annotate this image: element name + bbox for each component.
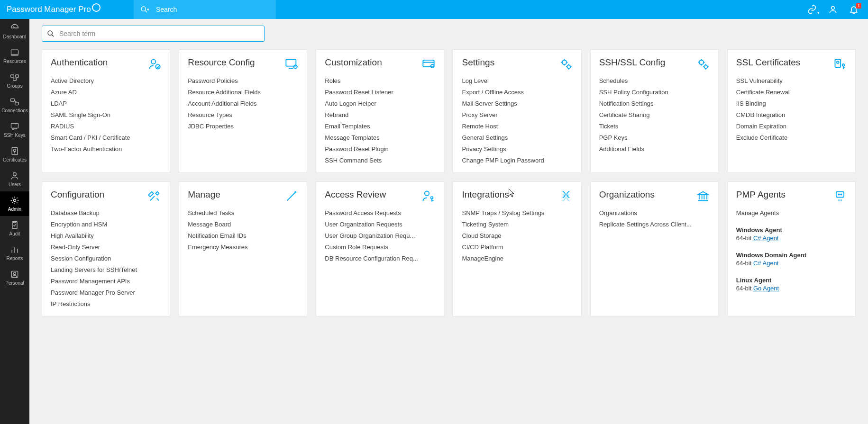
admin-filter-input[interactable] xyxy=(59,30,259,37)
sidebar-item-dashboard[interactable]: Dashboard xyxy=(0,19,29,44)
card-link[interactable]: RADIUS xyxy=(51,123,161,130)
global-search[interactable]: ▾ xyxy=(134,0,276,19)
card-link[interactable]: Message Templates xyxy=(325,134,435,141)
card-link[interactable]: Tickets xyxy=(599,123,710,130)
card-link[interactable]: ManageEngine xyxy=(462,255,572,262)
card-link[interactable]: Account Additional Fields xyxy=(188,100,298,107)
admin-filter[interactable] xyxy=(42,26,265,42)
card-link[interactable]: Replicate Settings Across Client... xyxy=(599,221,710,228)
card-link[interactable]: Privacy Settings xyxy=(462,145,572,153)
card-link[interactable]: Password Policies xyxy=(188,77,298,84)
bank-icon xyxy=(696,189,710,205)
card-title: Customization xyxy=(325,57,382,68)
card-link[interactable]: Message Board xyxy=(188,221,298,228)
card-link[interactable]: IP Restrictions xyxy=(51,300,161,307)
sidebar-item-audit[interactable]: Audit xyxy=(0,216,29,241)
admin-card-grid: AuthenticationActive DirectoryAzure ADLD… xyxy=(42,49,856,316)
card-link[interactable]: Proxy Server xyxy=(462,111,572,118)
sidebar-item-users[interactable]: Users xyxy=(0,167,29,191)
card-link[interactable]: Manage Agents xyxy=(736,209,847,217)
card-link[interactable]: Additional Fields xyxy=(599,145,710,153)
notifications-icon[interactable]: 1 xyxy=(849,5,859,14)
card-link[interactable]: Notification Email IDs xyxy=(188,232,298,239)
cert-key-icon xyxy=(833,57,847,72)
card-link[interactable]: Exclude Certificate xyxy=(736,134,847,141)
card-link[interactable]: Azure AD xyxy=(51,89,161,96)
sidebar-item-label: Resources xyxy=(3,59,26,64)
card-link[interactable]: Read-Only Server xyxy=(51,244,161,251)
card-link[interactable]: Ticketing System xyxy=(462,221,572,228)
card-organizations: OrganizationsOrganizationsReplicate Sett… xyxy=(590,181,719,316)
card-link[interactable]: Two-Factor Authentication xyxy=(51,145,161,153)
card-link[interactable]: CMDB Integration xyxy=(736,111,847,118)
card-link[interactable]: Password Reset Plugin xyxy=(325,145,435,153)
card-link[interactable]: Scheduled Tasks xyxy=(188,209,298,217)
card-link[interactable]: Resource Types xyxy=(188,111,298,118)
card-link[interactable]: DB Resource Configuration Req... xyxy=(325,255,435,262)
card-link[interactable]: Landing Servers for SSH/Telnet xyxy=(51,266,161,273)
card-link[interactable]: Domain Expiration xyxy=(736,123,847,130)
sidebar-item-ssh-keys[interactable]: SSH Keys xyxy=(0,117,29,142)
card-ssl-certificates: SSL CertificatesSSL VulnerabilityCertifi… xyxy=(727,49,856,173)
agent-download-link[interactable]: Go Agent xyxy=(753,285,779,292)
card-link[interactable]: CI/CD Platform xyxy=(462,244,572,251)
sidebar-item-certificates[interactable]: Certificates xyxy=(0,142,29,167)
card-link[interactable]: Rebrand xyxy=(325,111,435,118)
search-dropdown-caret-icon[interactable]: ▾ xyxy=(147,7,149,12)
agent-row: 64-bit Go Agent xyxy=(736,285,847,292)
card-link[interactable]: Log Level xyxy=(462,77,572,84)
card-link[interactable]: Smart Card / PKI / Certificate xyxy=(51,134,161,141)
card-link[interactable]: SAML Single Sign-On xyxy=(51,111,161,118)
sidebar-item-groups[interactable]: Groups xyxy=(0,68,29,93)
card-link[interactable]: Schedules xyxy=(599,77,710,84)
link-icon[interactable]: ▾ xyxy=(807,5,817,14)
sidebar-item-admin[interactable]: Admin xyxy=(0,191,29,216)
card-link[interactable]: Cloud Storage xyxy=(462,232,572,239)
card-link[interactable]: Session Configuration xyxy=(51,255,161,262)
sidebar-item-connections[interactable]: Connections xyxy=(0,93,29,117)
card-link[interactable]: SSH Policy Configuration xyxy=(599,89,710,96)
agent-download-link[interactable]: C# Agent xyxy=(753,235,779,242)
card-link[interactable]: General Settings xyxy=(462,134,572,141)
card-link[interactable]: Certificate Sharing xyxy=(599,111,710,118)
user-icon[interactable] xyxy=(828,5,838,14)
card-link[interactable]: Custom Role Requests xyxy=(325,244,435,251)
sidebar-item-resources[interactable]: Resources xyxy=(0,44,29,68)
sidebar-item-reports[interactable]: Reports xyxy=(0,241,29,265)
card-link[interactable]: Mail Server Settings xyxy=(462,100,572,107)
card-link[interactable]: Encryption and HSM xyxy=(51,221,161,228)
card-link[interactable]: User Group Organization Requ... xyxy=(325,232,435,239)
card-link[interactable]: SNMP Traps / Syslog Settings xyxy=(462,209,572,217)
card-link[interactable]: High Availability xyxy=(51,232,161,239)
card-link[interactable]: IIS Binding xyxy=(736,100,847,107)
sidebar-item-label: Personal xyxy=(5,280,24,286)
top-icon-tray: ▾ 1 xyxy=(807,5,868,14)
card-link[interactable]: Resource Additional Fields xyxy=(188,89,298,96)
card-link[interactable]: SSL Vulnerability xyxy=(736,77,847,84)
card-link[interactable]: User Organization Requests xyxy=(325,221,435,228)
card-link[interactable]: Remote Host xyxy=(462,123,572,130)
card-link[interactable]: Password Reset Listener xyxy=(325,89,435,96)
card-link[interactable]: Export / Offline Access xyxy=(462,89,572,96)
svg-rect-9 xyxy=(11,99,15,101)
global-search-input[interactable] xyxy=(156,6,251,13)
card-link[interactable]: Roles xyxy=(325,77,435,84)
card-link[interactable]: Notification Settings xyxy=(599,100,710,107)
card-link[interactable]: Password Access Requests xyxy=(325,209,435,217)
card-link[interactable]: PGP Keys xyxy=(599,134,710,141)
card-link[interactable]: JDBC Properties xyxy=(188,123,298,130)
card-link[interactable]: SSH Command Sets xyxy=(325,157,435,164)
card-link[interactable]: Change PMP Login Password xyxy=(462,157,572,164)
card-link[interactable]: Auto Logon Helper xyxy=(325,100,435,107)
card-link[interactable]: Password Management APIs xyxy=(51,278,161,285)
card-link[interactable]: Password Manager Pro Server xyxy=(51,289,161,296)
card-link[interactable]: LDAP xyxy=(51,100,161,107)
card-link[interactable]: Database Backup xyxy=(51,209,161,217)
sidebar-item-personal[interactable]: Personal xyxy=(0,265,29,290)
card-link[interactable]: Emergency Measures xyxy=(188,244,298,251)
card-link[interactable]: Organizations xyxy=(599,209,710,217)
card-link[interactable]: Active Directory xyxy=(51,77,161,84)
card-link[interactable]: Email Templates xyxy=(325,123,435,130)
card-link[interactable]: Certificate Renewal xyxy=(736,89,847,96)
agent-download-link[interactable]: C# Agent xyxy=(753,260,779,267)
